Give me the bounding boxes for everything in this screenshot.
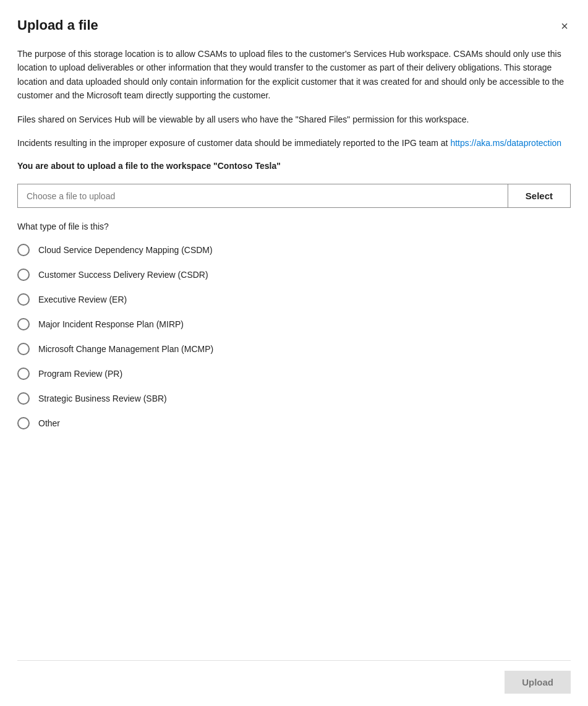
radio-item-other[interactable]: Other xyxy=(17,417,571,429)
radio-input-other[interactable] xyxy=(17,417,30,429)
radio-label-pr: Program Review (PR) xyxy=(38,369,122,379)
upload-button[interactable]: Upload xyxy=(505,671,571,694)
radio-input-mirp[interactable] xyxy=(17,318,30,330)
radio-label-csdr: Customer Success Delivery Review (CSDR) xyxy=(38,270,208,280)
select-button[interactable]: Select xyxy=(508,184,571,208)
radio-input-mcmp[interactable] xyxy=(17,343,30,355)
modal-title: Upload a file xyxy=(17,17,98,33)
radio-input-er[interactable] xyxy=(17,293,30,306)
modal-header: Upload a file × xyxy=(17,17,571,35)
radio-group: Cloud Service Dependency Mapping (CSDM)C… xyxy=(17,244,571,429)
radio-item-mcmp[interactable]: Microsoft Change Management Plan (MCMP) xyxy=(17,343,571,355)
modal-body: The purpose of this storage location is … xyxy=(17,47,571,660)
radio-label-sbr: Strategic Business Review (SBR) xyxy=(38,394,167,403)
file-upload-row: Select xyxy=(17,184,571,208)
workspace-label: You are about to upload a file to the wo… xyxy=(17,160,571,173)
close-icon: × xyxy=(561,20,568,32)
radio-label-er: Executive Review (ER) xyxy=(38,295,127,304)
radio-label-other: Other xyxy=(38,418,60,428)
close-button[interactable]: × xyxy=(558,17,571,35)
radio-label-mirp: Major Incident Response Plan (MIRP) xyxy=(38,319,184,329)
radio-input-csdm[interactable] xyxy=(17,244,30,256)
radio-item-csdm[interactable]: Cloud Service Dependency Mapping (CSDM) xyxy=(17,244,571,256)
description-paragraph1: The purpose of this storage location is … xyxy=(17,47,571,103)
radio-label-csdm: Cloud Service Dependency Mapping (CSDM) xyxy=(38,245,213,255)
data-protection-link[interactable]: https://aka.ms/dataprotection xyxy=(450,138,561,148)
radio-label-mcmp: Microsoft Change Management Plan (MCMP) xyxy=(38,344,213,354)
radio-item-csdr[interactable]: Customer Success Delivery Review (CSDR) xyxy=(17,269,571,281)
radio-item-er[interactable]: Executive Review (ER) xyxy=(17,293,571,306)
description-paragraph3-prefix: Incidents resulting in the improper expo… xyxy=(17,138,450,148)
radio-input-sbr[interactable] xyxy=(17,392,30,405)
file-type-question: What type of file is this? xyxy=(17,222,571,231)
radio-input-pr[interactable] xyxy=(17,368,30,380)
radio-input-csdr[interactable] xyxy=(17,269,30,281)
description-paragraph2: Files shared on Services Hub will be vie… xyxy=(17,113,571,126)
radio-item-sbr[interactable]: Strategic Business Review (SBR) xyxy=(17,392,571,405)
radio-item-pr[interactable]: Program Review (PR) xyxy=(17,368,571,380)
radio-item-mirp[interactable]: Major Incident Response Plan (MIRP) xyxy=(17,318,571,330)
file-input[interactable] xyxy=(17,184,508,208)
upload-file-modal: Upload a file × The purpose of this stor… xyxy=(0,0,588,706)
modal-footer: Upload xyxy=(17,660,571,706)
description-paragraph3: Incidents resulting in the improper expo… xyxy=(17,136,571,150)
